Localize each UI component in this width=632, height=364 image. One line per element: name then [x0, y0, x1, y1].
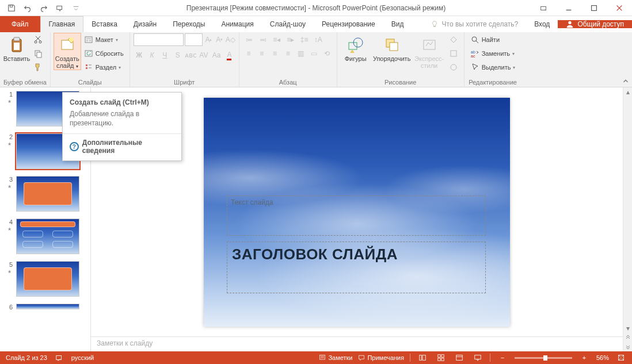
font-size-combo[interactable] — [185, 33, 203, 46]
tab-slideshow[interactable]: Слайд-шоу — [262, 16, 314, 32]
language-indicator[interactable]: русский — [71, 354, 94, 361]
slide-sorter-view-icon[interactable] — [435, 351, 447, 364]
shadow-icon[interactable]: ᴀʙᴄ — [185, 49, 197, 62]
zoom-level[interactable]: 56% — [596, 354, 609, 361]
text-direction-icon[interactable]: ↕A — [312, 33, 325, 46]
tell-me-placeholder: Что вы хотите сделать? — [442, 20, 519, 28]
increase-font-icon[interactable]: A▴ — [204, 33, 214, 46]
slide-title-text: ЗАГОЛОВОК СЛАЙДА — [227, 242, 485, 267]
align-text-icon[interactable]: ▭ — [308, 47, 320, 60]
font-color-icon[interactable]: A — [223, 49, 235, 62]
normal-view-icon[interactable] — [416, 351, 429, 364]
numbering-icon[interactable]: ≕ — [257, 33, 269, 46]
tooltip-help-link[interactable]: ? Дополнительные сведения — [70, 139, 174, 155]
undo-icon[interactable] — [21, 1, 35, 15]
thumb-row-4[interactable]: 4★ — [0, 215, 90, 258]
zoom-slider[interactable] — [515, 357, 572, 359]
format-painter-button[interactable] — [31, 61, 45, 74]
close-button[interactable] — [607, 0, 632, 16]
reset-button[interactable]: Сбросить — [82, 47, 126, 60]
tab-animations[interactable]: Анимация — [213, 16, 261, 32]
shape-fill-button[interactable] — [447, 33, 460, 46]
thumb-3[interactable] — [16, 176, 79, 212]
thumb-4[interactable] — [16, 219, 79, 254]
thumb-6[interactable] — [16, 304, 79, 309]
scroll-track[interactable] — [623, 97, 632, 324]
tab-insert[interactable]: Вставка — [83, 16, 125, 32]
zoom-in-icon[interactable]: + — [578, 351, 591, 364]
copy-button[interactable] — [31, 47, 45, 60]
zoom-out-icon[interactable]: − — [496, 351, 509, 364]
notes-toggle[interactable]: Заметки — [319, 354, 352, 361]
share-button[interactable]: Общий доступ — [558, 20, 632, 28]
thumb-row-5[interactable]: 5★ — [0, 258, 90, 300]
ribbon-options-icon[interactable] — [531, 0, 556, 16]
clear-formatting-icon[interactable]: A◇ — [226, 33, 235, 46]
underline-icon[interactable]: Ч — [159, 49, 170, 62]
prev-slide-icon[interactable] — [623, 333, 632, 342]
spell-check-icon[interactable] — [55, 354, 63, 362]
decrease-indent-icon[interactable]: ≡◂ — [271, 33, 283, 46]
italic-icon[interactable]: К — [146, 49, 158, 62]
thumb-row-3[interactable]: 3★ — [0, 173, 90, 215]
shape-outline-button[interactable] — [447, 47, 460, 60]
bold-icon[interactable]: Ж — [134, 49, 145, 62]
align-right-icon[interactable]: ≡ — [269, 47, 281, 60]
tab-view[interactable]: Вид — [383, 16, 412, 32]
tab-home[interactable]: Главная — [40, 16, 84, 32]
smartart-icon[interactable]: ⟲ — [321, 47, 333, 60]
section-button[interactable]: Раздел ▾ — [82, 61, 126, 74]
select-button[interactable]: Выделить ▾ — [468, 61, 518, 74]
align-center-icon[interactable]: ≡ — [256, 47, 268, 60]
content-placeholder[interactable]: Текст слайда — [227, 196, 486, 236]
slide-canvas[interactable]: Текст слайда ЗАГОЛОВОК СЛАЙДА — [204, 98, 510, 327]
paste-button[interactable]: Вставить — [3, 33, 30, 62]
thumb-5[interactable] — [16, 261, 79, 297]
arrange-button[interactable]: Упорядочить — [372, 33, 412, 62]
minimize-button[interactable] — [556, 0, 581, 16]
start-from-beginning-icon[interactable] — [53, 1, 67, 15]
next-slide-icon[interactable] — [623, 342, 632, 351]
increase-indent-icon[interactable]: ≡▸ — [284, 33, 297, 46]
slideshow-view-icon[interactable] — [471, 351, 484, 364]
thumb-row-6[interactable]: 6 — [0, 300, 90, 314]
scroll-down-icon[interactable]: ▾ — [623, 324, 632, 333]
change-case-icon[interactable]: Aa — [211, 49, 222, 62]
save-icon[interactable] — [5, 1, 18, 15]
font-name-combo[interactable] — [134, 33, 184, 46]
redo-icon[interactable] — [37, 1, 51, 15]
tab-review[interactable]: Рецензирование — [314, 16, 383, 32]
layout-button[interactable]: Макет ▾ — [82, 33, 126, 46]
tab-design[interactable]: Дизайн — [125, 16, 165, 32]
shape-effects-button[interactable] — [447, 61, 460, 74]
shapes-button[interactable]: Фигуры — [341, 33, 371, 62]
columns-icon[interactable]: ▥ — [295, 47, 307, 60]
maximize-button[interactable] — [581, 0, 607, 16]
vertical-scrollbar[interactable]: ▴ ▾ — [623, 87, 632, 351]
title-placeholder[interactable]: ЗАГОЛОВОК СЛАЙДА — [227, 242, 486, 293]
justify-icon[interactable]: ≡ — [282, 47, 294, 60]
comments-toggle[interactable]: Примечания — [358, 354, 404, 361]
decrease-font-icon[interactable]: A▾ — [215, 33, 224, 46]
align-left-icon[interactable]: ≡ — [243, 47, 255, 60]
collapse-ribbon-icon[interactable] — [622, 77, 630, 85]
bullets-icon[interactable]: ≔ — [243, 33, 256, 46]
char-spacing-icon[interactable]: AV — [198, 49, 210, 62]
find-button[interactable]: Найти — [468, 33, 518, 46]
strike-icon[interactable]: S — [172, 49, 184, 62]
tab-transitions[interactable]: Переходы — [165, 16, 213, 32]
new-slide-button[interactable]: Создатьслайд ▾ — [54, 33, 81, 70]
slide-counter[interactable]: Слайд 2 из 23 — [6, 354, 47, 361]
qat-customize-icon[interactable] — [69, 1, 83, 15]
reading-view-icon[interactable] — [453, 351, 466, 364]
notes-pane[interactable]: Заметки к слайду — [91, 336, 623, 351]
line-spacing-icon[interactable]: ‡≡ — [298, 33, 311, 46]
tell-me-search[interactable]: Что вы хотите сделать? — [422, 20, 527, 28]
tab-file[interactable]: Файл — [0, 16, 40, 32]
fit-to-window-icon[interactable] — [615, 351, 627, 364]
sign-in-link[interactable]: Вход — [526, 20, 558, 28]
cut-button[interactable] — [31, 33, 45, 46]
quick-styles-button[interactable]: Экспресс-стили — [413, 33, 446, 69]
replace-button[interactable]: abacЗаменить ▾ — [468, 47, 518, 60]
scroll-up-icon[interactable]: ▴ — [623, 87, 632, 97]
